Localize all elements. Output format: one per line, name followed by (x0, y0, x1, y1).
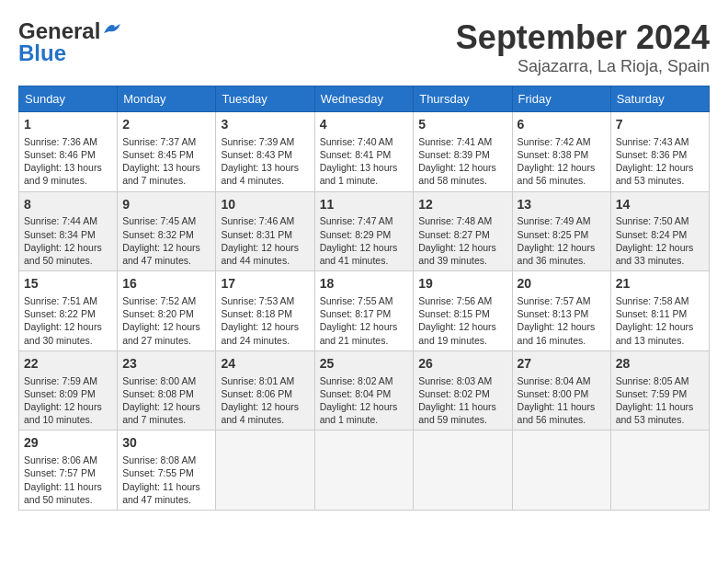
day-info: Sunrise: 7:41 AMSunset: 8:39 PMDaylight:… (418, 135, 506, 188)
day-number: 12 (418, 196, 506, 213)
day-number: 25 (320, 355, 409, 373)
calendar-cell: 6Sunrise: 7:42 AMSunset: 8:38 PMDaylight… (512, 112, 610, 192)
day-info: Sunrise: 8:04 AMSunset: 8:00 PMDaylight:… (518, 374, 606, 427)
day-number: 9 (122, 196, 210, 213)
day-info: Sunrise: 7:45 AMSunset: 8:32 PMDaylight:… (122, 214, 210, 267)
calendar-cell: 14Sunrise: 7:50 AMSunset: 8:24 PMDayligh… (610, 191, 709, 271)
day-info: Sunrise: 8:02 AMSunset: 8:04 PMDaylight:… (320, 374, 409, 427)
calendar-cell: 30Sunrise: 8:08 AMSunset: 7:55 PMDayligh… (118, 431, 216, 511)
day-number: 10 (221, 196, 309, 213)
week-row-2: 8Sunrise: 7:44 AMSunset: 8:34 PMDaylight… (19, 191, 710, 271)
day-number: 14 (616, 196, 704, 213)
weekday-thursday: Thursday (414, 86, 512, 112)
day-info: Sunrise: 7:42 AMSunset: 8:38 PMDaylight:… (518, 135, 606, 188)
calendar-cell: 2Sunrise: 7:37 AMSunset: 8:45 PMDaylight… (118, 112, 216, 192)
day-info: Sunrise: 8:05 AMSunset: 7:59 PMDaylight:… (616, 374, 704, 427)
calendar-cell (314, 431, 414, 511)
day-info: Sunrise: 8:06 AMSunset: 7:57 PMDaylight:… (24, 454, 112, 506)
week-row-4: 22Sunrise: 7:59 AMSunset: 8:09 PMDayligh… (19, 350, 710, 431)
calendar-cell: 25Sunrise: 8:02 AMSunset: 8:04 PMDayligh… (314, 350, 414, 431)
day-number: 27 (518, 355, 606, 373)
logo-bird-icon (102, 20, 122, 37)
day-info: Sunrise: 7:59 AMSunset: 8:09 PMDaylight:… (24, 374, 112, 427)
calendar-cell: 3Sunrise: 7:39 AMSunset: 8:43 PMDaylight… (216, 112, 314, 192)
day-info: Sunrise: 7:58 AMSunset: 8:11 PMDaylight:… (616, 294, 704, 347)
weekday-tuesday: Tuesday (216, 86, 314, 112)
calendar-cell: 18Sunrise: 7:55 AMSunset: 8:17 PMDayligh… (314, 271, 414, 351)
day-number: 5 (418, 116, 506, 133)
weekday-saturday: Saturday (610, 86, 709, 112)
day-number: 7 (616, 116, 704, 133)
day-info: Sunrise: 8:03 AMSunset: 8:02 PMDaylight:… (418, 374, 506, 427)
month-title: September 2024 (456, 18, 710, 57)
calendar-cell: 4Sunrise: 7:40 AMSunset: 8:41 PMDaylight… (314, 112, 414, 192)
day-number: 17 (221, 275, 309, 293)
calendar-cell: 12Sunrise: 7:48 AMSunset: 8:27 PMDayligh… (414, 191, 512, 271)
day-info: Sunrise: 7:48 AMSunset: 8:27 PMDaylight:… (418, 214, 506, 267)
calendar-cell: 21Sunrise: 7:58 AMSunset: 8:11 PMDayligh… (610, 271, 709, 351)
day-info: Sunrise: 7:47 AMSunset: 8:29 PMDaylight:… (320, 214, 409, 267)
calendar-cell: 19Sunrise: 7:56 AMSunset: 8:15 PMDayligh… (414, 271, 512, 351)
calendar-cell: 26Sunrise: 8:03 AMSunset: 8:02 PMDayligh… (414, 350, 512, 431)
calendar-cell: 23Sunrise: 8:00 AMSunset: 8:08 PMDayligh… (118, 350, 216, 431)
day-info: Sunrise: 8:01 AMSunset: 8:06 PMDaylight:… (221, 374, 309, 427)
day-number: 22 (24, 355, 112, 373)
day-info: Sunrise: 7:37 AMSunset: 8:45 PMDaylight:… (122, 135, 210, 188)
calendar-cell: 1Sunrise: 7:36 AMSunset: 8:46 PMDaylight… (19, 112, 118, 192)
title-section: September 2024 Sajazarra, La Rioja, Spai… (456, 18, 710, 76)
calendar-cell: 22Sunrise: 7:59 AMSunset: 8:09 PMDayligh… (19, 350, 118, 431)
logo: General Blue (18, 18, 122, 66)
day-info: Sunrise: 7:52 AMSunset: 8:20 PMDaylight:… (122, 294, 210, 347)
day-info: Sunrise: 7:39 AMSunset: 8:43 PMDaylight:… (221, 135, 309, 188)
day-info: Sunrise: 8:08 AMSunset: 7:55 PMDaylight:… (122, 454, 210, 506)
day-info: Sunrise: 7:44 AMSunset: 8:34 PMDaylight:… (24, 214, 112, 267)
calendar-cell (216, 431, 314, 511)
calendar-cell: 17Sunrise: 7:53 AMSunset: 8:18 PMDayligh… (216, 271, 314, 351)
calendar-cell: 24Sunrise: 8:01 AMSunset: 8:06 PMDayligh… (216, 350, 314, 431)
calendar-cell: 27Sunrise: 8:04 AMSunset: 8:00 PMDayligh… (512, 350, 610, 431)
calendar-table: SundayMondayTuesdayWednesdayThursdayFrid… (18, 86, 710, 511)
day-info: Sunrise: 7:51 AMSunset: 8:22 PMDaylight:… (24, 294, 112, 347)
calendar-cell: 28Sunrise: 8:05 AMSunset: 7:59 PMDayligh… (610, 350, 709, 431)
day-number: 3 (221, 116, 309, 133)
day-number: 30 (122, 434, 210, 452)
calendar-cell: 8Sunrise: 7:44 AMSunset: 8:34 PMDaylight… (19, 191, 118, 271)
calendar-cell: 16Sunrise: 7:52 AMSunset: 8:20 PMDayligh… (118, 271, 216, 351)
day-info: Sunrise: 7:56 AMSunset: 8:15 PMDaylight:… (418, 294, 506, 347)
day-info: Sunrise: 7:40 AMSunset: 8:41 PMDaylight:… (320, 135, 409, 188)
day-number: 4 (320, 116, 409, 133)
day-info: Sunrise: 7:49 AMSunset: 8:25 PMDaylight:… (518, 214, 606, 267)
day-info: Sunrise: 7:53 AMSunset: 8:18 PMDaylight:… (221, 294, 309, 347)
weekday-header-row: SundayMondayTuesdayWednesdayThursdayFrid… (19, 86, 710, 112)
day-number: 16 (122, 275, 210, 293)
calendar-cell: 15Sunrise: 7:51 AMSunset: 8:22 PMDayligh… (19, 271, 118, 351)
day-info: Sunrise: 7:36 AMSunset: 8:46 PMDaylight:… (24, 135, 112, 188)
calendar-cell (414, 431, 512, 511)
week-row-5: 29Sunrise: 8:06 AMSunset: 7:57 PMDayligh… (19, 431, 710, 511)
location-title: Sajazarra, La Rioja, Spain (456, 57, 710, 76)
calendar-cell (512, 431, 610, 511)
day-number: 8 (24, 196, 112, 213)
day-number: 18 (320, 275, 409, 293)
week-row-1: 1Sunrise: 7:36 AMSunset: 8:46 PMDaylight… (19, 112, 710, 192)
calendar-cell: 5Sunrise: 7:41 AMSunset: 8:39 PMDaylight… (414, 112, 512, 192)
calendar-cell: 20Sunrise: 7:57 AMSunset: 8:13 PMDayligh… (512, 271, 610, 351)
day-number: 15 (24, 275, 112, 293)
day-info: Sunrise: 7:55 AMSunset: 8:17 PMDaylight:… (320, 294, 409, 347)
header: General Blue September 2024 Sajazarra, L… (18, 18, 710, 76)
weekday-monday: Monday (118, 86, 216, 112)
calendar-cell: 7Sunrise: 7:43 AMSunset: 8:36 PMDaylight… (610, 112, 709, 192)
calendar-cell (610, 431, 709, 511)
day-info: Sunrise: 7:43 AMSunset: 8:36 PMDaylight:… (616, 135, 704, 188)
day-info: Sunrise: 8:00 AMSunset: 8:08 PMDaylight:… (122, 374, 210, 427)
weekday-friday: Friday (512, 86, 610, 112)
day-number: 28 (616, 355, 704, 373)
day-number: 26 (418, 355, 506, 373)
day-number: 29 (24, 434, 112, 452)
day-info: Sunrise: 7:57 AMSunset: 8:13 PMDaylight:… (518, 294, 606, 347)
weekday-sunday: Sunday (19, 86, 118, 112)
calendar-cell: 11Sunrise: 7:47 AMSunset: 8:29 PMDayligh… (314, 191, 414, 271)
day-number: 21 (616, 275, 704, 293)
day-info: Sunrise: 7:46 AMSunset: 8:31 PMDaylight:… (221, 214, 309, 267)
day-number: 20 (518, 275, 606, 293)
